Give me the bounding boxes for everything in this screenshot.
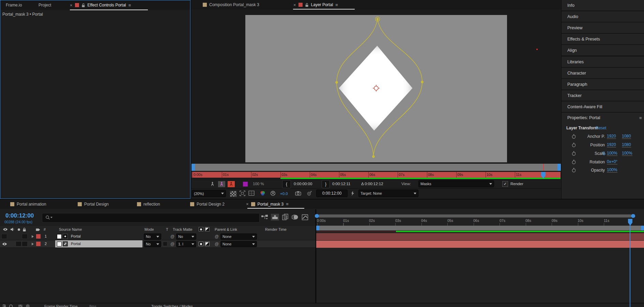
composition-mini-flowchart-button[interactable] [261, 214, 269, 221]
work-area-band[interactable] [316, 226, 644, 230]
panel-menu-icon[interactable]: ≡ [286, 201, 288, 207]
property-value-x[interactable]: 1920 [607, 142, 616, 147]
panel-header-audio[interactable]: Audio [562, 11, 644, 22]
eye-icon[interactable] [2, 242, 7, 246]
reset-link[interactable]: Reset [596, 126, 606, 130]
tab-portal-design-2[interactable]: Portal Design 2 [190, 199, 225, 209]
snapshot-button[interactable] [295, 191, 301, 196]
tab-frameio[interactable]: Frame.io [6, 0, 22, 10]
layer-bar-2[interactable] [316, 241, 644, 248]
panel-menu-icon[interactable]: ≡ [639, 115, 642, 120]
panel-header-paragraph[interactable]: Paragraph [562, 79, 644, 90]
magnification-menu[interactable]: (20%) [192, 190, 226, 197]
panel-header-align[interactable]: Align [562, 45, 644, 55]
alpha-matte-icon[interactable] [199, 242, 203, 246]
region-of-interest-button[interactable] [240, 191, 245, 196]
track-matte-pickwhip-icon[interactable]: @ [170, 234, 174, 239]
fast-previews-button[interactable] [350, 191, 355, 196]
property-value[interactable]: 0x+0° [607, 159, 617, 164]
render-checkbox[interactable]: ✓ [502, 181, 508, 187]
constrain-proportions-icon[interactable] [602, 151, 606, 155]
work-area-end-handle[interactable] [641, 226, 644, 230]
target-menu[interactable]: Target: None [358, 190, 418, 197]
solo-toggle[interactable] [16, 241, 21, 246]
viewer-scroll-band[interactable] [191, 164, 561, 171]
luma-matte-icon[interactable] [205, 242, 210, 246]
layer-canvas[interactable] [245, 15, 507, 162]
blend-mode-menu[interactable]: No [144, 241, 161, 247]
property-value-x[interactable]: 100% [607, 151, 617, 156]
mask-path[interactable] [245, 15, 507, 162]
filter-icon[interactable] [18, 304, 22, 307]
tab-composition[interactable]: Composition Portal_mask 3 [203, 0, 259, 10]
properties-panel-header[interactable]: Properties: Portal ≡ [562, 113, 644, 123]
channels-button[interactable] [260, 191, 266, 196]
property-value-y[interactable]: 1080 [622, 134, 631, 139]
preserve-transparency-toggle[interactable] [163, 242, 167, 246]
panel-header-info[interactable]: Info [562, 0, 644, 11]
layer-color-chip[interactable] [57, 242, 62, 246]
refresh-icon[interactable] [9, 304, 13, 307]
tab-portal-mask-3[interactable]: × Portal_mask 3 ≡ [246, 199, 288, 209]
purple-color-swatch[interactable] [243, 182, 248, 187]
track-matte-menu[interactable]: No [176, 233, 196, 240]
timeline-scrollbar-cap-right[interactable] [631, 214, 635, 218]
exposure-value[interactable]: +0.0 [280, 192, 288, 196]
layer-name[interactable]: Portal [71, 242, 81, 246]
column-track-matte[interactable]: Track Matte [173, 227, 193, 231]
work-area-start-handle[interactable] [316, 226, 319, 230]
solo-icon[interactable] [18, 228, 20, 231]
column-number[interactable]: # [44, 227, 46, 231]
panel-header-effects-presets[interactable]: Effects & Presets [562, 34, 644, 44]
layer-row-2[interactable]: 2 Portal No @ 1. l @ None [0, 240, 316, 248]
motion-blur-toggle-button[interactable] [291, 214, 299, 220]
out-point-button[interactable]: } [322, 180, 330, 188]
expand-arrow-icon[interactable] [32, 243, 34, 245]
viewer-time-ruler[interactable]: 0:00s 01s 02s 03s 04s 05s 06s 07s 08s 09… [192, 172, 561, 178]
layer-name[interactable]: Portal [71, 234, 81, 238]
panel-header-character[interactable]: Character [562, 68, 644, 78]
transform-section-title[interactable]: Layer Transform [566, 126, 598, 130]
person-toggle-magenta-icon[interactable] [218, 181, 225, 187]
label-column-icon[interactable] [35, 228, 41, 232]
parent-link-menu[interactable]: None [220, 241, 257, 247]
shy-toggle-button[interactable] [271, 214, 279, 221]
panel-header-content-aware-fill[interactable]: Content-Aware Fill [562, 101, 644, 112]
parent-link-menu[interactable]: None [220, 233, 257, 240]
column-source-name[interactable]: Source Name [59, 227, 82, 231]
record-icon[interactable] [26, 304, 30, 307]
column-mode[interactable]: Mode [144, 227, 154, 231]
lock-icon[interactable] [22, 227, 26, 232]
timecode-field[interactable]: 0:00:12:00 [316, 190, 348, 197]
in-point-button[interactable]: { [282, 180, 291, 188]
track-matte-pickwhip-icon[interactable]: @ [170, 242, 174, 246]
toggle-switches-modes-button[interactable]: Toggle Switches / Modes [151, 304, 193, 307]
copy-icon[interactable] [3, 304, 6, 307]
tab-portal-animation[interactable]: Portal animation [10, 199, 46, 209]
panel-menu-icon[interactable]: ≡ [128, 3, 131, 8]
property-value-y[interactable]: 1080 [622, 142, 631, 147]
expand-arrow-icon[interactable] [32, 235, 34, 238]
scroll-cap-right[interactable] [557, 164, 561, 171]
in-point-timecode[interactable]: 0:00:00:00 [294, 182, 312, 186]
tab-project[interactable]: Project [39, 0, 51, 10]
person-toggle-plain-icon[interactable] [211, 182, 214, 187]
layer-bar-1[interactable] [316, 233, 644, 240]
tab-effect-controls[interactable]: × Effect Controls Portal ≡ [70, 0, 131, 10]
tab-layer[interactable]: × Layer Portal ≡ [293, 0, 338, 10]
current-time-display[interactable]: 0:00:12:00 [5, 212, 34, 219]
preview-quality-value[interactable]: 100 % [253, 182, 264, 186]
panel-menu-icon[interactable]: ≡ [335, 2, 338, 7]
show-snapshot-button[interactable] [306, 191, 312, 196]
close-icon[interactable]: × [246, 202, 249, 206]
property-value-y[interactable]: 100% [622, 151, 632, 156]
timeline-scrollbar-track[interactable] [319, 214, 631, 217]
tab-portal-design[interactable]: Portal Design [78, 199, 109, 209]
tab-reflection[interactable]: reflection [137, 199, 160, 209]
close-icon[interactable]: × [293, 3, 296, 7]
column-parent-link[interactable]: Parent & Link [215, 227, 237, 231]
audio-icon[interactable] [10, 227, 14, 231]
lock-toggle[interactable] [22, 241, 28, 246]
parent-pickwhip-icon[interactable]: @ [215, 234, 219, 239]
parent-pickwhip-icon[interactable]: @ [215, 242, 219, 246]
